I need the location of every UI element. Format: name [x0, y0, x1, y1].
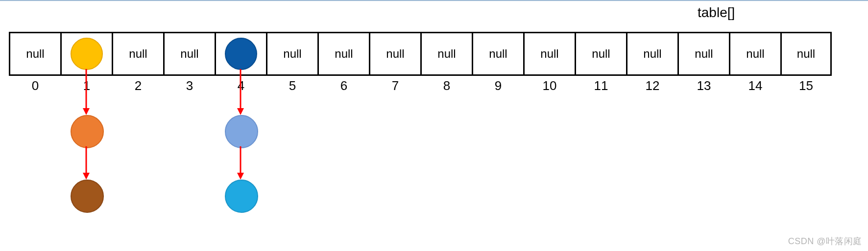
chain-node-icon — [71, 180, 104, 213]
cell-value: null — [489, 47, 507, 61]
array-index-label: 6 — [319, 74, 369, 93]
svg-marker-7 — [237, 173, 244, 180]
cell-value: null — [283, 47, 301, 61]
svg-marker-3 — [83, 173, 90, 180]
hash-table-array: null01null2null34null5null6null7null8nul… — [9, 32, 832, 76]
svg-marker-1 — [83, 108, 90, 115]
cell-value: null — [695, 47, 713, 61]
array-cell-5: null5 — [266, 32, 317, 76]
array-cell-3: null3 — [163, 32, 215, 76]
array-cell-11: null11 — [575, 32, 626, 76]
array-index-label: 3 — [165, 74, 215, 93]
chain-arrow-icon — [236, 69, 245, 115]
array-cell-0: null0 — [9, 32, 60, 76]
array-index-label: 9 — [473, 74, 523, 93]
chain-arrow-icon — [81, 69, 91, 115]
cell-value: null — [437, 47, 456, 61]
array-cell-9: null9 — [472, 32, 523, 76]
cell-value: null — [746, 47, 764, 61]
watermark: CSDN @叶落闲庭 — [788, 235, 862, 247]
array-index-label: 7 — [370, 74, 420, 93]
window-top-border — [0, 0, 868, 1]
cell-value: null — [26, 47, 44, 61]
array-cell-10: null10 — [523, 32, 575, 76]
chain-node-icon — [225, 180, 258, 213]
array-index-label: 5 — [267, 74, 317, 93]
chain-node-icon — [225, 38, 257, 70]
array-cell-8: null8 — [420, 32, 472, 76]
diagram-title: table[] — [698, 5, 735, 21]
cell-value: null — [540, 47, 558, 61]
cell-value: null — [335, 47, 353, 61]
chain-node-icon — [225, 115, 258, 148]
array-index-label: 11 — [576, 74, 626, 93]
array-index-label: 10 — [525, 74, 575, 93]
array-index-label: 2 — [113, 74, 163, 93]
array-cell-12: null12 — [626, 32, 677, 76]
array-cell-2: null2 — [112, 32, 163, 76]
array-index-label: 15 — [782, 74, 830, 93]
array-index-label: 12 — [627, 74, 677, 93]
array-cell-14: null14 — [729, 32, 780, 76]
array-cell-13: null13 — [677, 32, 729, 76]
chain-arrow-icon — [81, 146, 91, 180]
array-index-label: 0 — [10, 74, 60, 93]
array-cell-7: null7 — [369, 32, 420, 76]
svg-marker-5 — [237, 108, 244, 115]
chain-node-icon — [71, 38, 103, 70]
array-index-label: 14 — [730, 74, 780, 93]
array-index-label: 8 — [422, 74, 472, 93]
cell-value: null — [592, 47, 610, 61]
cell-value: null — [643, 47, 661, 61]
array-cell-15: null15 — [780, 32, 832, 76]
cell-value: null — [797, 47, 815, 61]
array-cell-6: null6 — [317, 32, 369, 76]
cell-value: null — [386, 47, 404, 61]
chain-arrow-icon — [236, 146, 245, 180]
cell-value: null — [180, 47, 198, 61]
cell-value: null — [129, 47, 147, 61]
chain-node-icon — [71, 115, 104, 148]
array-index-label: 13 — [679, 74, 729, 93]
